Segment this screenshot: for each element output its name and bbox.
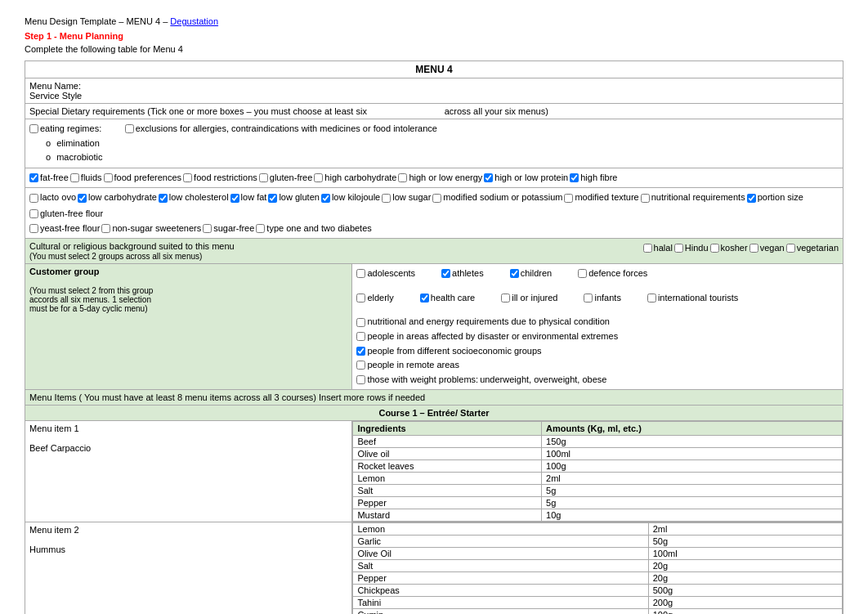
cultural-option-label: kosher [721, 241, 748, 256]
ingredient-row: Rocket leaves100g [353, 460, 843, 473]
customer-group-label-cell: Customer group (You must select 2 from t… [25, 264, 352, 390]
customer-option-label: defence forces [588, 267, 647, 281]
dietary-checkbox[interactable] [747, 194, 756, 203]
menu-item1-row: Menu item 1 Beef Carpaccio Ingredients A… [25, 421, 843, 522]
customer-checkbox[interactable] [501, 294, 510, 303]
customer-checkbox[interactable] [578, 269, 587, 278]
dietary-option: sugar-free [203, 222, 254, 236]
eating-regimes-checkbox[interactable] [29, 124, 38, 133]
customer-option: health care [420, 291, 475, 306]
dietary-checkbox[interactable] [70, 173, 79, 182]
customer-checkbox[interactable] [420, 294, 429, 303]
dietary-checkbox[interactable] [484, 173, 493, 182]
ingredient-amount: 5g [542, 485, 843, 497]
customer-checkbox[interactable] [356, 361, 365, 370]
ingredient-amount: 500g [648, 585, 842, 597]
menu-item2-label-cell: Menu item 2 Hummus [25, 522, 352, 614]
customer-checkbox[interactable] [441, 269, 450, 278]
customer-option-label: people in remote areas [367, 358, 459, 373]
dietary-checkbox[interactable] [78, 194, 87, 203]
dietary-checkbox[interactable] [321, 194, 330, 203]
customer-checkbox[interactable] [584, 294, 593, 303]
eating-exclusions-row: eating regimes: exclusions for allergies… [25, 119, 843, 168]
ingredient-name: Tahini [353, 597, 648, 609]
cultural-checkbox[interactable] [643, 244, 652, 253]
dietary-checkbox[interactable] [183, 173, 192, 182]
customer-checkbox[interactable] [510, 269, 519, 278]
customer-option-row: people in remote areas [356, 358, 839, 373]
customer-option-label: elderly [367, 291, 393, 306]
ingredient-row: Pepper20g [353, 572, 843, 585]
customer-checkbox[interactable] [356, 375, 365, 384]
customer-option-label: nutritional and energy requirements due … [367, 315, 610, 329]
customer-option: children [510, 267, 553, 281]
ingredient-amount: 2ml [542, 473, 843, 485]
dietary-checkbox[interactable] [29, 224, 38, 233]
degustation-link[interactable]: Degustation [170, 16, 218, 26]
eating-exclusions-cell: eating regimes: exclusions for allergies… [25, 119, 843, 168]
cultural-checkbox[interactable] [710, 244, 719, 253]
dietary-checkbox[interactable] [259, 173, 268, 182]
dietary-option: food preferences [104, 171, 182, 186]
dietary-checkbox[interactable] [230, 194, 239, 203]
ingredient-amount: 200g [648, 597, 842, 609]
dietary-checkbox[interactable] [268, 194, 277, 203]
customer-option-label: those with weight problems: [367, 373, 478, 388]
exclusions-checkbox[interactable] [125, 124, 134, 133]
dietary-option: lacto ovo [29, 190, 76, 205]
dietary-option: non-sugar sweeteners [101, 222, 201, 236]
customer-checkbox[interactable] [356, 318, 365, 327]
dietary-checkbox[interactable] [314, 173, 323, 182]
customer-option: ill or injured [501, 291, 557, 306]
dietary-checkbox[interactable] [382, 194, 391, 203]
customer-options-cell: adolescentsathleteschildrendefence force… [352, 264, 843, 390]
dietary-option-label: fluids [81, 171, 102, 186]
dietary-option: yeast-free flour [29, 222, 100, 236]
customer-checkbox[interactable] [356, 332, 365, 341]
dietary-checkbox[interactable] [570, 173, 579, 182]
dietary-checkbox[interactable] [29, 194, 38, 203]
dietary-checkbox[interactable] [104, 173, 113, 182]
cultural-checkbox[interactable] [786, 244, 795, 253]
dietary-checkbox[interactable] [203, 224, 212, 233]
dietary-checkbox[interactable] [564, 194, 573, 203]
dietary-checkbox[interactable] [159, 194, 168, 203]
customer-checkbox[interactable] [356, 347, 365, 356]
dietary-option-label: portion size [758, 190, 803, 205]
customer-checkbox[interactable] [647, 294, 656, 303]
dietary-checkbox[interactable] [641, 194, 650, 203]
cultural-option-label: vegetarian [797, 241, 839, 256]
ingredient-amount: 10g [542, 509, 843, 522]
cultural-checkbox[interactable] [749, 244, 758, 253]
menu-item-2-label: Menu item 2 [29, 525, 347, 535]
amounts-col-header: Amounts (Kg, ml, etc.) [542, 422, 843, 436]
customer-option-row: people from different socioeconomic grou… [356, 344, 839, 359]
dietary-checkbox[interactable] [29, 173, 38, 182]
dietary-checkbox[interactable] [398, 173, 407, 182]
ingredient-amount: 20g [648, 572, 842, 585]
customer-option-row: people in areas affected by disaster or … [356, 329, 839, 344]
customer-group-note: (You must select 2 from this group accor… [29, 286, 347, 313]
dietary-option: modified sodium or potassium [432, 190, 562, 205]
cultural-row: Cultural or religious background suited … [25, 239, 843, 264]
dietary-option-label: high carbohydrate [324, 171, 396, 186]
dietary-checkbox[interactable] [432, 194, 441, 203]
customer-option-label: ill or injured [512, 291, 557, 306]
customer-option-row: those with weight problems: underweight,… [356, 373, 839, 388]
customer-group-label: Customer group [29, 267, 347, 276]
customer-group-row: Customer group (You must select 2 from t… [25, 264, 843, 390]
ingredient-amount: 50g [648, 536, 842, 548]
dietary-checkbox[interactable] [29, 209, 38, 218]
eating-regimes-label: eating regimes: [40, 122, 101, 137]
dietary-row1: fat-freefluidsfood preferencesfood restr… [25, 168, 843, 188]
customer-checkbox[interactable] [356, 269, 365, 278]
dietary-checkbox[interactable] [101, 224, 110, 233]
menu-item2-ingredients-cell: Lemon2mlGarlic50gOlive Oil100mlSalt20gPe… [352, 522, 843, 614]
ingredient-row: Olive oil100ml [353, 448, 843, 460]
dietary-checkbox[interactable] [256, 224, 265, 233]
customer-checkbox[interactable] [356, 294, 365, 303]
ingredient-name: Mustard [353, 509, 542, 522]
menu-item1-ingredients-cell: Ingredients Amounts (Kg, ml, etc.) Beef1… [352, 421, 843, 522]
ingredient-name: Salt [353, 485, 542, 497]
cultural-checkbox[interactable] [674, 244, 683, 253]
